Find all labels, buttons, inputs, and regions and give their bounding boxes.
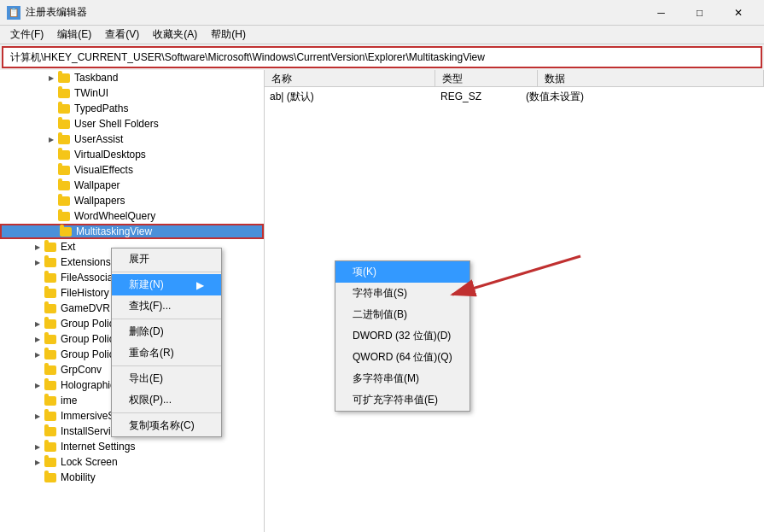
ctx-new[interactable]: 新建(N) ▶ bbox=[112, 274, 221, 295]
tree-item-mobility[interactable]: Mobility bbox=[0, 470, 264, 485]
registry-data: (数值未设置) bbox=[526, 90, 759, 104]
sub-item-multistring[interactable]: 多字符串值(M) bbox=[335, 368, 469, 389]
sub-item-string[interactable]: 字符串值(S) bbox=[335, 283, 469, 304]
registry-name: ab| (默认) bbox=[270, 90, 440, 104]
arrow-icon: ▶ bbox=[31, 378, 44, 392]
context-menu: 展开 新建(N) ▶ 查找(F)... 删除(D) 重命名(R) 导出(E) 权… bbox=[111, 248, 222, 437]
minimize-button[interactable]: ─ bbox=[642, 0, 680, 26]
tree-item-internetsettings[interactable]: ▶ Internet Settings bbox=[0, 439, 264, 454]
title-bar: 📋 注册表编辑器 ─ □ ✕ bbox=[0, 0, 764, 26]
sub-item-binary[interactable]: 二进制值(B) bbox=[335, 304, 469, 325]
tree-item-lockscreen[interactable]: ▶ Lock Screen bbox=[0, 454, 264, 470]
folder-icon bbox=[58, 87, 72, 99]
tree-item-twinui[interactable]: TWinUI bbox=[0, 85, 264, 101]
folder-icon bbox=[58, 195, 72, 207]
ctx-find[interactable]: 查找(F)... bbox=[112, 295, 221, 317]
arrow-icon: ▶ bbox=[31, 240, 44, 254]
close-button[interactable]: ✕ bbox=[719, 0, 757, 26]
tree-label: Internet Settings bbox=[61, 441, 135, 453]
title-bar-text: 注册表编辑器 bbox=[26, 5, 642, 20]
tree-label: User Shell Folders bbox=[74, 118, 159, 130]
folder-icon bbox=[44, 272, 58, 284]
tree-label: GameDVR bbox=[61, 302, 110, 314]
menu-view[interactable]: 查看(V) bbox=[98, 26, 146, 44]
sub-item-dword[interactable]: DWORD (32 位值)(D) bbox=[335, 325, 469, 347]
tree-item-virtualdesktops[interactable]: VirtualDesktops bbox=[0, 147, 264, 162]
tree-label: WordWheelQuery bbox=[74, 210, 155, 222]
ctx-expand[interactable]: 展开 bbox=[112, 248, 221, 270]
menu-favorites[interactable]: 收藏夹(A) bbox=[146, 26, 204, 44]
folder-icon bbox=[44, 241, 58, 253]
tree-item-typedpaths[interactable]: TypedPaths bbox=[0, 101, 264, 116]
folder-icon bbox=[44, 379, 58, 391]
title-bar-buttons: ─ □ ✕ bbox=[642, 0, 757, 26]
col-header-type: 类型 bbox=[435, 70, 538, 86]
tree-label: Lock Screen bbox=[61, 456, 118, 468]
ctx-new-label: 新建(N) bbox=[129, 278, 164, 292]
tree-label: Ext bbox=[61, 241, 75, 253]
menu-edit[interactable]: 编辑(E) bbox=[50, 26, 98, 44]
address-path: 计算机\HKEY_CURRENT_USER\Software\Microsoft… bbox=[7, 50, 488, 65]
menu-bar: 文件(F) 编辑(E) 查看(V) 收藏夹(A) 帮助(H) bbox=[0, 26, 764, 44]
right-panel-content: ab| (默认) REG_SZ (数值未设置) bbox=[265, 87, 764, 106]
ctx-sep4 bbox=[112, 412, 221, 413]
tree-label: TWinUI bbox=[74, 87, 108, 99]
ctx-delete[interactable]: 删除(D) bbox=[112, 321, 221, 342]
tree-item-visualeffects[interactable]: VisualEffects bbox=[0, 162, 264, 178]
arrow-icon: ▶ bbox=[44, 71, 58, 85]
folder-icon bbox=[44, 410, 58, 422]
tree-label: Mobility bbox=[61, 471, 96, 483]
col-header-data: 数据 bbox=[538, 70, 764, 86]
registry-name-text: (默认) bbox=[287, 91, 314, 102]
sub-item-qword[interactable]: QWORD (64 位值)(Q) bbox=[335, 347, 469, 368]
address-bar[interactable]: 计算机\HKEY_CURRENT_USER\Software\Microsoft… bbox=[2, 46, 762, 68]
col-header-name: 名称 bbox=[265, 70, 435, 86]
folder-icon bbox=[58, 133, 72, 145]
tree-label: UserAssist bbox=[74, 133, 123, 145]
ctx-export[interactable]: 导出(E) bbox=[112, 368, 221, 389]
folder-icon bbox=[58, 210, 72, 222]
registry-type: REG_SZ bbox=[440, 91, 526, 102]
folder-icon bbox=[44, 333, 58, 345]
sub-item-key[interactable]: 项(K) bbox=[335, 261, 469, 283]
tree-label: ime bbox=[61, 395, 77, 406]
ctx-copy-name[interactable]: 复制项名称(C) bbox=[112, 415, 221, 436]
folder-icon bbox=[58, 164, 72, 176]
tree-label: TypedPaths bbox=[74, 102, 128, 114]
arrow-icon: ▶ bbox=[31, 455, 44, 469]
tree-item-taskband[interactable]: ▶ Taskband bbox=[0, 70, 264, 85]
ctx-sep1 bbox=[112, 272, 221, 272]
folder-icon bbox=[44, 395, 58, 406]
tree-item-multitaskingview[interactable]: MultitaskingView bbox=[0, 224, 264, 239]
sub-item-expandstring[interactable]: 可扩充字符串值(E) bbox=[335, 389, 469, 411]
registry-icon: ab| bbox=[270, 91, 283, 102]
folder-icon bbox=[44, 256, 58, 268]
tree-item-wallpapers[interactable]: Wallpapers bbox=[0, 193, 264, 208]
folder-icon bbox=[58, 118, 72, 130]
registry-row-default[interactable]: ab| (默认) REG_SZ (数值未设置) bbox=[266, 89, 762, 104]
folder-icon bbox=[44, 364, 58, 376]
tree-item-userassist[interactable]: ▶ UserAssist bbox=[0, 132, 264, 147]
folder-icon bbox=[44, 287, 58, 299]
arrow-icon: ▶ bbox=[31, 255, 44, 269]
folder-icon bbox=[60, 225, 73, 237]
tree-label: Holographic bbox=[61, 379, 115, 391]
ctx-rename[interactable]: 重命名(R) bbox=[112, 342, 221, 364]
ctx-sep3 bbox=[112, 365, 221, 366]
tree-item-wallpaper[interactable]: Wallpaper bbox=[0, 178, 264, 193]
menu-help[interactable]: 帮助(H) bbox=[204, 26, 253, 44]
tree-item-usershellfolders[interactable]: User Shell Folders bbox=[0, 116, 264, 132]
tree-label-multitaskingview: MultitaskingView bbox=[76, 225, 152, 237]
menu-file[interactable]: 文件(F) bbox=[3, 26, 50, 44]
sub-menu: 项(K) 字符串值(S) 二进制值(B) DWORD (32 位值)(D) QW… bbox=[335, 260, 470, 412]
tree-label: Wallpapers bbox=[74, 195, 125, 207]
tree-label: Extensions bbox=[61, 256, 111, 268]
ctx-permissions[interactable]: 权限(P)... bbox=[112, 389, 221, 411]
right-panel-header: 名称 类型 数据 bbox=[265, 70, 764, 87]
arrow-icon bbox=[46, 225, 60, 238]
tree-item-wordwheelquery[interactable]: WordWheelQuery bbox=[0, 208, 264, 224]
arrow-icon: ▶ bbox=[31, 317, 44, 330]
ctx-sep2 bbox=[112, 319, 221, 319]
folder-icon bbox=[58, 149, 72, 161]
maximize-button[interactable]: □ bbox=[680, 0, 719, 26]
